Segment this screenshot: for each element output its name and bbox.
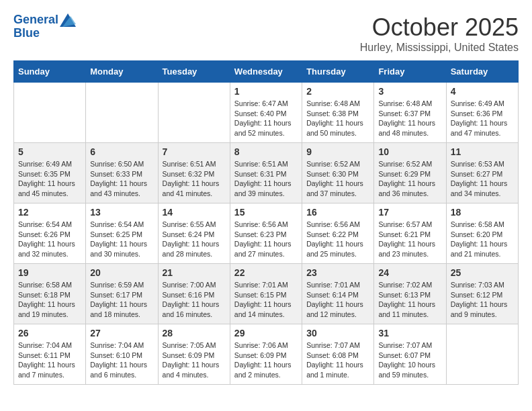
- day-info: Sunrise: 6:54 AMSunset: 6:26 PMDaylight:…: [18, 220, 81, 259]
- weekday-header-saturday: Saturday: [446, 61, 518, 83]
- logo-text: General: [13, 13, 58, 27]
- day-info: Sunrise: 7:03 AMSunset: 6:12 PMDaylight:…: [451, 280, 514, 320]
- day-number: 25: [451, 267, 514, 278]
- day-number: 3: [378, 86, 441, 97]
- calendar-cell: [14, 83, 86, 143]
- weekday-header-tuesday: Tuesday: [158, 61, 230, 83]
- day-number: 16: [306, 207, 369, 218]
- day-number: 18: [451, 207, 514, 218]
- day-number: 2: [306, 86, 369, 97]
- calendar-cell: 26Sunrise: 7:04 AMSunset: 6:11 PMDayligh…: [14, 324, 86, 385]
- day-info: Sunrise: 6:47 AMSunset: 6:40 PMDaylight:…: [234, 99, 298, 138]
- calendar-cell: 5Sunrise: 6:49 AMSunset: 6:35 PMDaylight…: [14, 143, 86, 203]
- calendar-cell: 27Sunrise: 7:04 AMSunset: 6:10 PMDayligh…: [86, 324, 158, 385]
- day-info: Sunrise: 7:05 AMSunset: 6:09 PMDaylight:…: [163, 340, 226, 380]
- calendar-cell: 19Sunrise: 6:58 AMSunset: 6:18 PMDayligh…: [14, 264, 86, 324]
- weekday-header-row: SundayMondayTuesdayWednesdayThursdayFrid…: [14, 61, 519, 83]
- day-info: Sunrise: 7:01 AMSunset: 6:15 PMDaylight:…: [234, 280, 298, 320]
- location-text: Hurley, Mississippi, United States: [360, 42, 519, 54]
- calendar-cell: 12Sunrise: 6:54 AMSunset: 6:26 PMDayligh…: [14, 203, 86, 264]
- day-info: Sunrise: 6:57 AMSunset: 6:21 PMDaylight:…: [378, 220, 441, 259]
- day-number: 28: [163, 328, 226, 338]
- day-number: 14: [163, 207, 226, 218]
- day-info: Sunrise: 6:49 AMSunset: 6:36 PMDaylight:…: [451, 99, 514, 138]
- day-number: 22: [234, 267, 298, 278]
- calendar-cell: 28Sunrise: 7:05 AMSunset: 6:09 PMDayligh…: [158, 324, 230, 385]
- calendar-cell: 8Sunrise: 6:51 AMSunset: 6:31 PMDaylight…: [230, 143, 302, 203]
- calendar-cell: 22Sunrise: 7:01 AMSunset: 6:15 PMDayligh…: [230, 264, 302, 324]
- calendar-cell: 11Sunrise: 6:53 AMSunset: 6:27 PMDayligh…: [446, 143, 518, 203]
- day-info: Sunrise: 6:49 AMSunset: 6:35 PMDaylight:…: [18, 159, 81, 199]
- day-info: Sunrise: 7:04 AMSunset: 6:10 PMDaylight:…: [90, 340, 153, 380]
- day-number: 8: [234, 146, 298, 157]
- logo: General Blue: [13, 13, 76, 40]
- calendar-cell: 30Sunrise: 7:07 AMSunset: 6:08 PMDayligh…: [302, 324, 374, 385]
- calendar-cell: [158, 83, 230, 143]
- calendar-cell: 29Sunrise: 7:06 AMSunset: 6:09 PMDayligh…: [230, 324, 302, 385]
- calendar-cell: 15Sunrise: 6:56 AMSunset: 6:23 PMDayligh…: [230, 203, 302, 264]
- day-info: Sunrise: 6:50 AMSunset: 6:33 PMDaylight:…: [90, 159, 153, 199]
- day-number: 11: [451, 146, 514, 157]
- day-info: Sunrise: 6:51 AMSunset: 6:32 PMDaylight:…: [163, 159, 226, 199]
- day-info: Sunrise: 7:00 AMSunset: 6:16 PMDaylight:…: [163, 280, 226, 320]
- calendar-cell: 3Sunrise: 6:48 AMSunset: 6:37 PMDaylight…: [374, 83, 446, 143]
- day-number: 5: [18, 146, 81, 157]
- logo-icon: [60, 13, 76, 27]
- weekday-header-wednesday: Wednesday: [230, 61, 302, 83]
- day-info: Sunrise: 7:01 AMSunset: 6:14 PMDaylight:…: [306, 280, 369, 320]
- day-info: Sunrise: 6:54 AMSunset: 6:25 PMDaylight:…: [90, 220, 153, 259]
- calendar-cell: 14Sunrise: 6:55 AMSunset: 6:24 PMDayligh…: [158, 203, 230, 264]
- page-header: General Blue October 2025 Hurley, Missis…: [13, 13, 519, 54]
- day-number: 13: [90, 207, 153, 218]
- day-number: 24: [378, 267, 441, 278]
- weekday-header-sunday: Sunday: [14, 61, 86, 83]
- day-number: 4: [451, 86, 514, 97]
- calendar-cell: 10Sunrise: 6:52 AMSunset: 6:29 PMDayligh…: [374, 143, 446, 203]
- day-number: 9: [306, 146, 369, 157]
- weekday-header-friday: Friday: [374, 61, 446, 83]
- day-number: 29: [234, 328, 298, 338]
- month-title: October 2025: [360, 13, 519, 42]
- day-info: Sunrise: 7:07 AMSunset: 6:08 PMDaylight:…: [306, 340, 369, 380]
- day-number: 17: [378, 207, 441, 218]
- calendar-cell: 4Sunrise: 6:49 AMSunset: 6:36 PMDaylight…: [446, 83, 518, 143]
- calendar-week-3: 12Sunrise: 6:54 AMSunset: 6:26 PMDayligh…: [14, 203, 519, 264]
- day-number: 31: [378, 328, 441, 338]
- day-number: 1: [234, 86, 298, 97]
- calendar-cell: 17Sunrise: 6:57 AMSunset: 6:21 PMDayligh…: [374, 203, 446, 264]
- day-number: 19: [18, 267, 81, 278]
- day-info: Sunrise: 6:48 AMSunset: 6:37 PMDaylight:…: [378, 99, 441, 138]
- calendar-cell: 21Sunrise: 7:00 AMSunset: 6:16 PMDayligh…: [158, 264, 230, 324]
- day-number: 6: [90, 146, 153, 157]
- weekday-header-thursday: Thursday: [302, 61, 374, 83]
- calendar-cell: 16Sunrise: 6:56 AMSunset: 6:22 PMDayligh…: [302, 203, 374, 264]
- day-number: 30: [306, 328, 369, 338]
- calendar-cell: 24Sunrise: 7:02 AMSunset: 6:13 PMDayligh…: [374, 264, 446, 324]
- calendar-cell: 9Sunrise: 6:52 AMSunset: 6:30 PMDaylight…: [302, 143, 374, 203]
- day-info: Sunrise: 7:06 AMSunset: 6:09 PMDaylight:…: [234, 340, 298, 380]
- day-info: Sunrise: 6:48 AMSunset: 6:38 PMDaylight:…: [306, 99, 369, 138]
- day-number: 21: [163, 267, 226, 278]
- logo-blue-text: Blue: [13, 27, 76, 40]
- calendar-cell: 18Sunrise: 6:58 AMSunset: 6:20 PMDayligh…: [446, 203, 518, 264]
- day-info: Sunrise: 7:02 AMSunset: 6:13 PMDaylight:…: [378, 280, 441, 320]
- calendar-table: SundayMondayTuesdayWednesdayThursdayFrid…: [13, 60, 519, 385]
- calendar-cell: 13Sunrise: 6:54 AMSunset: 6:25 PMDayligh…: [86, 203, 158, 264]
- calendar-cell: 6Sunrise: 6:50 AMSunset: 6:33 PMDaylight…: [86, 143, 158, 203]
- calendar-cell: 7Sunrise: 6:51 AMSunset: 6:32 PMDaylight…: [158, 143, 230, 203]
- day-info: Sunrise: 6:53 AMSunset: 6:27 PMDaylight:…: [451, 159, 514, 199]
- day-info: Sunrise: 6:59 AMSunset: 6:17 PMDaylight:…: [90, 280, 153, 320]
- day-info: Sunrise: 7:07 AMSunset: 6:07 PMDaylight:…: [378, 340, 441, 380]
- day-number: 10: [378, 146, 441, 157]
- day-number: 12: [18, 207, 81, 218]
- calendar-cell: 2Sunrise: 6:48 AMSunset: 6:38 PMDaylight…: [302, 83, 374, 143]
- day-info: Sunrise: 6:56 AMSunset: 6:23 PMDaylight:…: [234, 220, 298, 259]
- calendar-week-5: 26Sunrise: 7:04 AMSunset: 6:11 PMDayligh…: [14, 324, 519, 385]
- calendar-week-1: 1Sunrise: 6:47 AMSunset: 6:40 PMDaylight…: [14, 83, 519, 143]
- day-number: 27: [90, 328, 153, 338]
- day-number: 15: [234, 207, 298, 218]
- day-info: Sunrise: 6:55 AMSunset: 6:24 PMDaylight:…: [163, 220, 226, 259]
- calendar-cell: 31Sunrise: 7:07 AMSunset: 6:07 PMDayligh…: [374, 324, 446, 385]
- day-info: Sunrise: 6:58 AMSunset: 6:18 PMDaylight:…: [18, 280, 81, 320]
- calendar-cell: 23Sunrise: 7:01 AMSunset: 6:14 PMDayligh…: [302, 264, 374, 324]
